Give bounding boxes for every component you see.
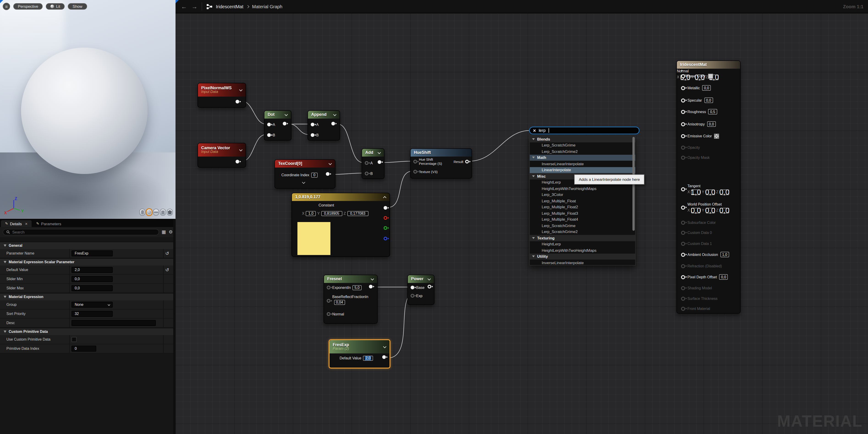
section-custom-primitive-data[interactable]: Custom Primitive Data — [0, 328, 176, 335]
default-value-field[interactable]: 2,0 — [71, 267, 113, 273]
search-result-item[interactable]: Lerp_Multiple_Float3 — [530, 210, 635, 216]
search-result-item[interactable]: Lerp_ScratchGrime — [530, 223, 635, 229]
search-input[interactable] — [12, 230, 155, 234]
constant-y-field[interactable]: 0,818905 — [321, 211, 342, 216]
preview-viewport[interactable]: ≡ Perspective Lit Show Z X Y — [0, 0, 176, 219]
category-texturing[interactable]: Texturing — [530, 235, 635, 241]
section-material-expression[interactable]: Material Expression — [0, 293, 176, 300]
pin-power-base[interactable] — [411, 286, 414, 289]
node-header[interactable]: PixelNormalWS Input Data — [198, 83, 246, 97]
node-header[interactable]: Camera Vector Input Data — [198, 143, 246, 157]
wpo-y-field[interactable]: 0,0 — [706, 208, 715, 213]
node-header[interactable]: HueShift — [411, 149, 472, 157]
search-result-item[interactable]: Lerp_Multiple_Float4 — [530, 216, 635, 223]
pin-hueshift-texture[interactable] — [413, 170, 417, 173]
pin-camera-vector-output[interactable] — [236, 160, 239, 163]
pin-surface-thickness[interactable] — [681, 296, 685, 301]
node-search-input[interactable]: × lerp — [529, 127, 639, 134]
search-result-item[interactable]: Lerp_3Color — [530, 192, 635, 198]
node-material-result[interactable]: IridescentMat Base Color Metallic 0,0 Sp… — [676, 60, 741, 313]
search-result-item[interactable]: HeightLerpWithTwoHeightMaps — [530, 247, 635, 254]
tangent-z-field[interactable]: 0,0 — [720, 189, 729, 195]
section-general[interactable]: General — [0, 242, 176, 249]
pin-append-b[interactable] — [311, 133, 314, 137]
pin-opacity[interactable] — [681, 145, 685, 149]
preview-shape-cylinder-button[interactable] — [139, 209, 145, 215]
search-result-item[interactable]: Lerp_ScratchGrime — [530, 142, 635, 148]
clear-search-icon[interactable]: × — [533, 128, 536, 133]
wpo-x-field[interactable]: 0,0 — [691, 208, 701, 213]
constant-x-field[interactable]: 1,0 — [306, 211, 316, 216]
pin-append-a[interactable] — [311, 123, 314, 126]
pin-ambient-occlusion[interactable] — [681, 253, 685, 257]
node-add[interactable]: Add A B — [362, 148, 384, 179]
pin-power-output[interactable] — [428, 285, 431, 289]
fresexp-default-value-field[interactable]: 2,0 — [363, 356, 373, 361]
coordinate-index-field[interactable]: 0 — [311, 172, 318, 177]
node-power[interactable]: Power Base Exp — [407, 275, 434, 305]
category-math[interactable]: Math — [530, 155, 635, 161]
perspective-button[interactable]: Perspective — [13, 3, 43, 10]
use-custom-checkbox[interactable] — [71, 337, 76, 342]
search-result-item[interactable]: InverseLinearInterpolate — [530, 260, 635, 266]
pin-power-exp[interactable] — [411, 294, 414, 298]
pin-world-position-offset[interactable] — [681, 206, 685, 210]
pin-hueshift-result[interactable] — [465, 160, 469, 163]
parameter-name-field[interactable]: FresExp — [71, 251, 113, 256]
constant-z-field[interactable]: 0,177083 — [347, 211, 368, 216]
slider-min-field[interactable]: 0,0 — [71, 276, 113, 282]
desc-field[interactable] — [71, 320, 156, 326]
node-fresexp-parameter[interactable]: FresExp Param (2) Default Value 2,0 — [329, 339, 391, 369]
search-result-item[interactable]: InverseLinearInterpolate — [530, 161, 635, 167]
details-search-box[interactable] — [3, 229, 159, 235]
pin-add-output[interactable] — [378, 160, 381, 164]
pin-refraction[interactable] — [681, 264, 685, 268]
pin-constant-output[interactable] — [383, 206, 387, 210]
details-scrollbar[interactable] — [173, 219, 176, 434]
node-header[interactable]: Dot — [265, 111, 291, 119]
node-header[interactable]: Append — [308, 111, 340, 119]
pin-texcoord-output[interactable] — [326, 172, 330, 176]
pin-base-color[interactable] — [681, 74, 685, 78]
wpo-z-field[interactable]: 0,0 — [720, 208, 729, 213]
tab-details[interactable]: ✎ Details × — [1, 220, 32, 227]
node-dot[interactable]: Dot A B — [264, 110, 291, 140]
pin-tangent[interactable] — [681, 187, 685, 191]
pin-append-output[interactable] — [331, 122, 335, 126]
pin-opacity-mask[interactable] — [681, 156, 685, 160]
pin-fresexp-output[interactable] — [382, 355, 386, 359]
material-graph-canvas[interactable]: MATERIAL PixelNormalWS Input Data — [176, 13, 868, 434]
node-pixelnormalws[interactable]: PixelNormalWS Input Data — [197, 83, 246, 108]
back-arrow-button[interactable]: ← — [181, 3, 187, 10]
tangent-y-field[interactable]: 0,0 — [706, 189, 715, 195]
node-header[interactable]: FresExp Param (2) — [330, 340, 390, 354]
node-header[interactable]: Power — [408, 275, 434, 283]
pin-dot-b[interactable] — [267, 133, 271, 137]
show-button[interactable]: Show — [68, 3, 87, 10]
pin-dot-a[interactable] — [267, 123, 271, 126]
pin-fresnel-basereflect[interactable] — [327, 299, 331, 303]
node-constant3[interactable]: 1,0.819,0.177 Constant X 1,0 Y 0,818905 … — [291, 193, 390, 257]
node-header[interactable]: TexCoord[0] — [275, 160, 335, 168]
viewport-menu-button[interactable]: ≡ — [3, 3, 10, 10]
pin-pixelnormalws-output[interactable] — [236, 100, 239, 103]
pin-custom-data-0[interactable] — [681, 231, 685, 235]
pin-add-a[interactable] — [365, 161, 369, 165]
search-result-item[interactable]: HeightLerp — [530, 241, 635, 247]
color-swatch[interactable] — [298, 222, 331, 255]
pin-fresnel-normal[interactable] — [327, 312, 331, 316]
pin-constant-r[interactable] — [383, 216, 387, 220]
pin-specular[interactable] — [681, 98, 685, 102]
pin-anisotropy[interactable] — [681, 122, 685, 126]
pin-custom-data-1[interactable] — [681, 241, 685, 245]
tab-parameters[interactable]: ✎ Parameters — [32, 220, 65, 227]
reset-to-default-icon[interactable]: ↺ — [165, 251, 169, 256]
node-hueshift[interactable]: HueShift Hue Shift Percentage (S) Result… — [410, 148, 472, 178]
search-result-item[interactable]: Lerp_Multiple_Float — [530, 198, 635, 204]
node-header[interactable]: IridescentMat — [677, 61, 740, 69]
pin-pixel-depth-offset[interactable] — [681, 275, 685, 279]
gear-icon[interactable]: ⚙ — [169, 230, 173, 234]
node-append[interactable]: Append A B — [308, 110, 340, 140]
primitive-index-field[interactable]: 0 — [71, 346, 96, 352]
pin-constant-b[interactable] — [383, 237, 387, 240]
